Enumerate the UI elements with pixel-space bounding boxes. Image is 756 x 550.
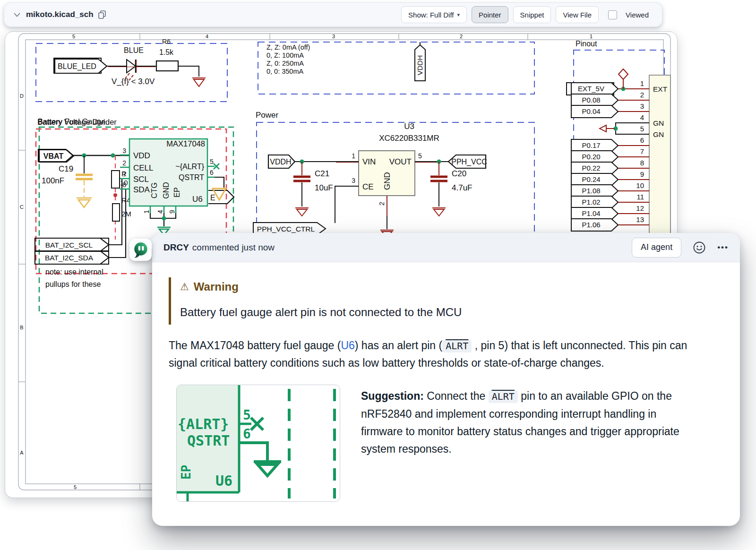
more-options-icon[interactable]: ••• xyxy=(717,243,729,252)
connector-body xyxy=(649,75,670,234)
paragraph-text: The MAX17048 battery fuel gauge ( xyxy=(169,339,341,352)
c19-capacitor xyxy=(76,155,93,207)
warning-text: Battery fuel gauge alert pin is not conn… xyxy=(180,306,721,319)
snippet-alrt-pin: {ALRT} xyxy=(178,416,229,432)
u6-link[interactable]: U6 xyxy=(341,339,354,352)
paragraph-text: ) has an alert pin ( xyxy=(355,339,442,352)
section-title-new: Battery Fuel Gauge xyxy=(38,117,105,126)
comment-meta: commented just now xyxy=(192,242,275,253)
svg-text:5: 5 xyxy=(72,34,75,39)
svg-text:0, 0: 350mA: 0, 0: 350mA xyxy=(266,68,304,75)
led-vf-note: V_{f} < 3.0V xyxy=(112,77,155,86)
svg-text:GND: GND xyxy=(162,182,170,199)
svg-text:9: 9 xyxy=(168,210,176,214)
svg-text:E: E xyxy=(210,194,215,202)
comment-paragraph: The MAX17048 battery fuel gauge (U6) has… xyxy=(169,337,691,371)
snippet-button[interactable]: Snippet xyxy=(513,6,551,23)
svg-text:10: 10 xyxy=(636,181,644,189)
ai-agent-label: AI agent xyxy=(641,242,672,252)
led-resistor-value: 1.5k xyxy=(159,48,174,56)
svg-text:CTG: CTG xyxy=(150,182,158,198)
svg-text:12: 12 xyxy=(636,204,644,212)
svg-text:1: 1 xyxy=(590,34,593,39)
avatar xyxy=(129,239,152,261)
alrt-code-chip: ALRT xyxy=(489,390,518,403)
warning-callout: ⚠ Warning Battery fuel gauge alert pin i… xyxy=(169,277,721,325)
svg-text:A: A xyxy=(20,450,24,455)
file-header-bar: mikoto.kicad_sch Show: Full Diff ▾ Point… xyxy=(4,2,662,27)
u6-ref: U6 xyxy=(192,195,203,204)
svg-text:P1.04: P1.04 xyxy=(582,209,600,217)
svg-text:VOUT: VOUT xyxy=(389,157,412,166)
svg-text:5: 5 xyxy=(418,152,422,160)
show-diff-dropdown[interactable]: Show: Full Diff ▾ xyxy=(401,6,467,23)
svg-text:CELL: CELL xyxy=(133,163,154,172)
svg-text:B: B xyxy=(20,325,23,330)
comment-header: DRCY commented just now AI agent ••• xyxy=(152,233,740,262)
svg-text:5: 5 xyxy=(243,407,251,423)
max17048-part: MAX17048 xyxy=(166,139,205,148)
svg-text:EP: EP xyxy=(173,187,181,197)
svg-text:1: 1 xyxy=(352,152,355,160)
svg-text:5: 5 xyxy=(210,158,214,165)
suggestion-label: Suggestion: xyxy=(361,390,424,402)
power-section: Power U3 XC6220B331MR VIN VOUT CE GND 1 … xyxy=(253,111,534,238)
svg-text:7: 7 xyxy=(122,171,126,178)
current-modes-section: Z, Z: 0mA (off) 0, Z: 100mA Z, 0: 250mA … xyxy=(258,42,534,94)
svg-text:8: 8 xyxy=(122,181,126,189)
svg-text:3: 3 xyxy=(640,102,644,110)
svg-text:SDA: SDA xyxy=(133,185,150,194)
c21-capacitor xyxy=(293,162,310,216)
alrt-code-chip: ALRT xyxy=(442,340,472,352)
pullup-note-line2: pullups for these xyxy=(45,280,101,288)
chevron-down-icon[interactable] xyxy=(14,13,20,17)
svg-text:11: 11 xyxy=(636,193,644,201)
max17048-ic: MAX17048 3 2 7 8 VDD CELL SCL SDA ~{ALRT… xyxy=(120,139,234,235)
svg-text:D: D xyxy=(20,93,24,99)
pullup-note-line1: note: use internal xyxy=(45,268,103,276)
view-file-button[interactable]: View File xyxy=(556,6,599,23)
svg-text:P0.17: P0.17 xyxy=(582,141,600,149)
svg-text:QSTRT: QSTRT xyxy=(179,173,204,181)
warning-label: Warning xyxy=(194,280,239,293)
svg-text:4: 4 xyxy=(156,210,164,214)
svg-text:2: 2 xyxy=(378,202,386,206)
show-diff-label: Show: Full Diff xyxy=(408,11,454,19)
svg-text:3: 3 xyxy=(122,147,126,155)
net-label-pph-vcc-ctrl: PPH_VCC_CTRL xyxy=(257,225,315,233)
copy-icon[interactable] xyxy=(98,10,106,19)
warning-icon: ⚠ xyxy=(180,281,189,292)
svg-text:VDDH: VDDH xyxy=(416,55,424,76)
net-label-vddh-vertical: VDDH xyxy=(415,42,425,81)
svg-text:3: 3 xyxy=(352,177,355,184)
svg-text:C21: C21 xyxy=(315,169,329,178)
net-label-vbat: VBAT xyxy=(43,152,64,160)
svg-text:2: 2 xyxy=(122,159,126,167)
viewed-label: Viewed xyxy=(626,11,649,19)
snippet-label: Snippet xyxy=(520,11,544,19)
comment-body: ⚠ Warning Battery fuel gauge alert pin i… xyxy=(152,262,740,502)
pinout-title: Pinout xyxy=(576,40,597,48)
snippet-u6-ref: U6 xyxy=(215,473,232,489)
svg-text:P0.24: P0.24 xyxy=(582,175,600,183)
svg-text:GN: GN xyxy=(653,130,664,138)
emoji-reaction-icon[interactable] xyxy=(693,241,706,254)
led-resistor-ref: R6 xyxy=(162,38,171,45)
svg-text:C: C xyxy=(20,204,24,210)
svg-text:C20: C20 xyxy=(452,169,466,178)
viewed-checkbox[interactable] xyxy=(608,10,617,19)
svg-text:3: 3 xyxy=(332,34,335,39)
svg-text:P0.22: P0.22 xyxy=(582,164,600,172)
svg-text:5: 5 xyxy=(640,125,644,133)
svg-text:7: 7 xyxy=(640,147,644,155)
drcy-bot-icon xyxy=(132,241,149,258)
svg-text:EXT: EXT xyxy=(653,85,668,93)
net-label-bat-i2c-sda: BAT_I2C_SDA xyxy=(45,254,94,262)
u3-ref: U3 xyxy=(404,122,414,131)
pointer-button[interactable]: Pointer xyxy=(472,6,508,23)
ai-agent-button[interactable]: AI agent xyxy=(632,238,681,258)
svg-text:5: 5 xyxy=(74,484,77,490)
power-flag-arrow xyxy=(600,125,606,132)
svg-text:P0.04: P0.04 xyxy=(582,107,600,115)
power-flag-diamond xyxy=(619,69,628,79)
